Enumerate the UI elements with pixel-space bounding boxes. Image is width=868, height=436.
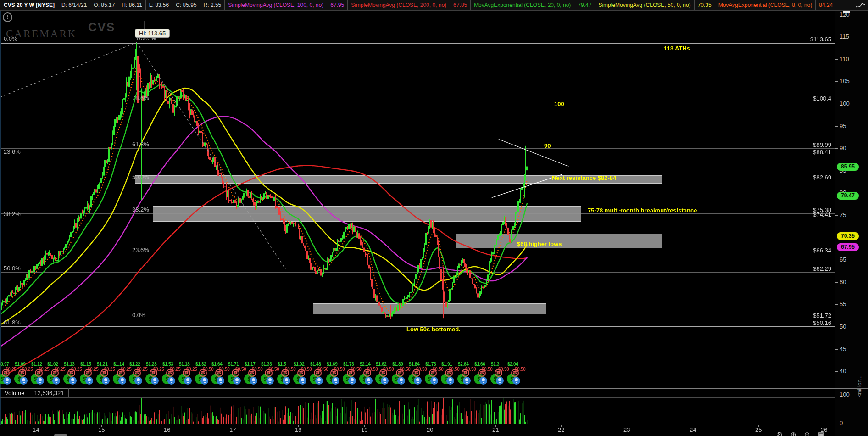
conference-call-icon[interactable]: ☎ [18,369,26,377]
fib-label-fib-long-term: 38.2% [4,211,21,218]
news-bulb-icon[interactable] [233,377,241,385]
conference-call-icon[interactable]: ☎ [35,369,43,377]
bulb-head [22,378,25,381]
price-level-label: $51.72 [781,312,831,319]
conference-call-icon[interactable]: ☎ [265,369,273,377]
news-bulb-icon[interactable] [496,377,504,385]
news-bulb-icon[interactable] [266,377,274,385]
news-bulb-icon[interactable] [102,377,110,385]
conference-call-icon[interactable]: ☎ [462,369,469,377]
fib-label-fib-long-term: 50.0% [4,265,21,272]
dividend-amount: $1.22 [129,362,140,367]
bulb-head [39,378,42,381]
news-bulb-icon[interactable] [512,377,520,385]
study-label-3[interactable]: SimpleMovingAvg (CLOSE, 50, 0, no) [595,0,694,10]
news-bulb-icon[interactable] [250,377,257,385]
news-bulb-icon[interactable] [69,377,77,385]
dividend-amount: $1.64 [211,362,223,367]
conference-call-icon[interactable]: ☎ [100,369,108,377]
gear-icon[interactable]: ⚙ [777,430,783,436]
conference-call-icon[interactable]: ☎ [199,369,207,377]
conference-call-icon[interactable]: ☎ [183,369,190,377]
conference-call-icon[interactable]: ☎ [347,369,355,377]
conference-call-icon[interactable]: ☎ [297,369,305,377]
conference-call-icon[interactable]: ☎ [478,369,486,377]
news-bulb-icon[interactable] [20,377,28,385]
bulb-head [482,378,485,381]
conference-call-icon[interactable]: ☎ [117,369,125,377]
conference-call-icon[interactable]: ☎ [281,369,289,377]
conference-call-icon[interactable]: ☎ [84,369,92,377]
news-bulb-icon[interactable] [118,377,126,385]
zoom-out-icon[interactable]: ⊖ [804,430,810,436]
dividend-amount: $1.17 [245,362,256,367]
conference-call-icon[interactable]: ☎ [379,369,387,377]
study-value-0: 67.95 [327,0,348,10]
chart-info-icon[interactable]: ! [3,12,12,22]
volume-header-separator [0,397,835,398]
conference-call-icon[interactable]: ☎ [166,369,174,377]
conference-call-icon[interactable]: ☎ [330,369,338,377]
news-bulb-icon[interactable] [36,377,44,385]
news-bulb-icon[interactable] [348,377,356,385]
conference-call-icon[interactable]: ☎ [429,369,437,377]
bulb-base [351,382,353,383]
conference-call-icon[interactable]: ☎ [215,369,223,377]
fib-label-fib-2015high-2019low: 0.0% [132,312,146,319]
news-bulb-icon[interactable] [430,377,438,385]
bulb-head [465,378,468,381]
news-bulb-icon[interactable] [414,377,422,385]
price-axis[interactable]: <million... 1201151101051009590858075706… [835,11,868,436]
grid-icon[interactable]: ▣ [818,430,824,436]
bulb-base [384,382,386,383]
news-bulb-icon[interactable] [167,377,175,385]
dividend-amount: $1.62 [376,362,387,367]
volume-label[interactable]: Volume [0,388,29,397]
news-bulb-icon[interactable] [315,377,323,385]
news-bulb-icon[interactable] [151,377,159,385]
news-bulb-icon[interactable] [332,377,339,385]
news-bulb-icon[interactable] [381,377,389,385]
news-bulb-icon[interactable] [299,377,306,385]
news-bulb-icon[interactable] [134,377,142,385]
bulb-base [450,382,451,383]
dividend-amount: $0.97 [0,362,9,367]
study-label-0[interactable]: SimpleMovingAvg (CLOSE, 100, 0, no) [225,0,327,10]
news-bulb-icon[interactable] [3,377,11,385]
study-label-1[interactable]: SimpleMovingAvg (CLOSE, 200, 0, no) [348,0,450,10]
news-bulb-icon[interactable] [52,377,60,385]
line-chart-icon[interactable] [852,0,868,10]
year-label: 23 [623,426,630,433]
conference-call-icon[interactable]: ☎ [51,369,59,377]
news-bulb-icon[interactable] [283,377,290,385]
news-bulb-icon[interactable] [217,377,224,385]
time-scrollbar-nub[interactable] [54,434,67,436]
conference-call-icon[interactable]: ☎ [495,369,502,377]
conference-call-icon[interactable]: ☎ [445,369,453,377]
study-label-4[interactable]: MovAvgExponential (CLOSE, 8, 0, no) [715,0,816,10]
conference-call-icon[interactable]: ☎ [150,369,157,377]
study-value-3: 70.35 [695,0,715,10]
news-bulb-icon[interactable] [184,377,192,385]
news-bulb-icon[interactable] [479,377,487,385]
conference-call-icon[interactable]: ☎ [363,369,371,377]
study-label-2[interactable]: MovAvgExponential (CLOSE, 20, 0, no) [471,0,574,10]
bulb-base [335,382,337,383]
news-bulb-icon[interactable] [365,377,373,385]
conference-call-icon[interactable]: ☎ [511,369,519,377]
conference-call-icon[interactable]: ☎ [314,369,322,377]
conference-call-icon[interactable]: ☎ [396,369,404,377]
news-bulb-icon[interactable] [397,377,405,385]
conference-call-icon[interactable]: ☎ [232,369,239,377]
zoom-in-icon[interactable]: ⊕ [790,430,796,436]
conference-call-icon[interactable]: ☎ [412,369,420,377]
conference-call-icon[interactable]: ☎ [248,369,256,377]
news-bulb-icon[interactable] [200,377,208,385]
news-bulb-icon[interactable] [446,377,454,385]
conference-call-icon[interactable]: ☎ [133,369,141,377]
conference-call-icon[interactable]: ☎ [67,369,75,377]
news-bulb-icon[interactable] [85,377,93,385]
news-bulb-icon[interactable] [463,377,471,385]
symbol-title[interactable]: CVS 20 Y W [NYSE] [0,0,58,10]
conference-call-icon[interactable]: ☎ [2,369,10,377]
